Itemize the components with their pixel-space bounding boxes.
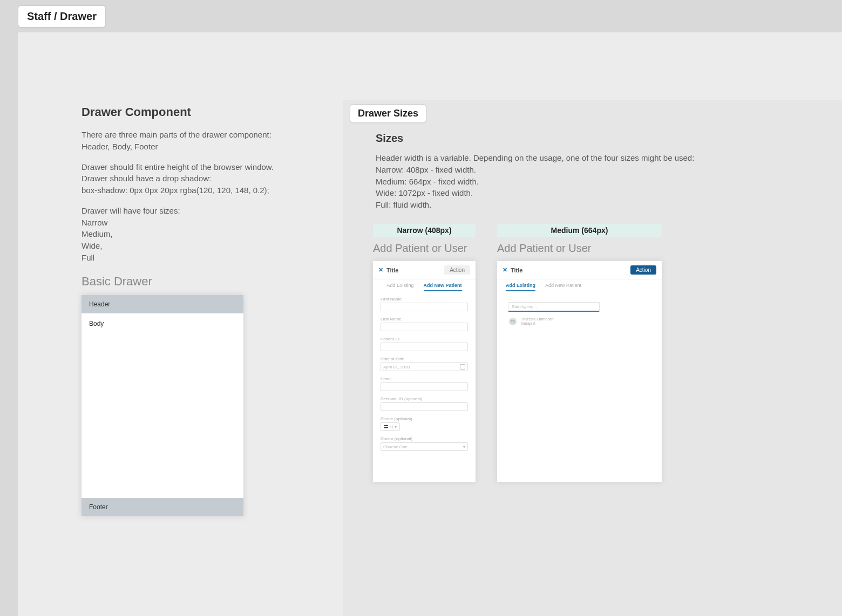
action-button[interactable]: Action — [630, 265, 656, 275]
narrow-size-label: Narrow (408px) — [373, 224, 476, 237]
search-placeholder: Start typing... — [512, 304, 537, 309]
doc-shadow: Drawer should fit entire height of the b… — [82, 161, 330, 196]
basic-drawer-header: Header — [82, 295, 243, 313]
search-result-row[interactable]: TE Theresia Emmerich therapist — [505, 316, 654, 327]
doc-parts: There are three main parts of the drawer… — [82, 129, 330, 153]
basic-drawer-footer: Footer — [82, 498, 243, 516]
search-input[interactable]: Start typing... — [508, 302, 600, 312]
result-role: therapist — [521, 321, 554, 326]
medium-demo-title: Add Patient or User — [497, 242, 662, 255]
doctor-label: Doctor (optional) — [381, 436, 468, 441]
basic-drawer-heading: Basic Drawer — [82, 275, 330, 289]
calendar-icon[interactable] — [460, 364, 465, 369]
result-name: Theresia Emmerich — [521, 317, 554, 321]
tab-add-existing[interactable]: Add Existing — [386, 283, 413, 291]
medium-column: Medium (664px) Add Patient or User ✕ Tit… — [497, 224, 662, 482]
drawer-title: Title — [511, 267, 522, 273]
email-label: Email — [381, 377, 468, 381]
dob-value: April 01, 2020 — [383, 365, 410, 369]
email-input[interactable] — [381, 382, 468, 391]
dob-input[interactable]: April 01, 2020 — [381, 362, 468, 371]
patient-id-label: Patient ID — [381, 337, 468, 341]
first-name-label: First Name — [381, 297, 468, 302]
page-title-tab: Staff / Drawer — [18, 5, 106, 28]
medium-size-label: Medium (664px) — [497, 224, 662, 237]
medium-tabs: Add Existing Add New Patient — [497, 279, 662, 293]
sizes-heading: Sizes — [376, 132, 807, 145]
basic-drawer-example: Header Body Footer — [82, 295, 243, 516]
doctor-select[interactable]: Choose One ▾ — [381, 442, 468, 451]
chevron-down-icon: ▾ — [463, 444, 465, 449]
drawer-component-doc: Drawer Component There are three main pa… — [82, 105, 330, 516]
doc-sizes-list: Drawer will have four sizes: Narrow Medi… — [82, 205, 330, 264]
frame-label: Drawer Sizes — [350, 104, 426, 123]
narrow-demo-title: Add Patient or User — [373, 242, 476, 255]
close-icon[interactable]: ✕ — [503, 266, 507, 273]
avatar: TE — [509, 318, 517, 325]
close-icon[interactable]: ✕ — [378, 266, 383, 273]
basic-drawer-body: Body — [82, 313, 243, 498]
narrow-tabs: Add Existing Add New Patient — [373, 279, 476, 293]
narrow-drawer: ✕ Title Action Add Existing Add New Pati… — [373, 261, 476, 482]
narrow-drawer-body: First Name Last Name Patient ID Date of … — [373, 293, 476, 460]
artboard-canvas: Drawer Component There are three main pa… — [18, 32, 842, 616]
personal-id-input[interactable] — [381, 402, 468, 411]
patient-id-input[interactable] — [381, 343, 468, 351]
sizes-doc: Sizes Header width is a variable. Depend… — [376, 132, 807, 211]
medium-drawer: ✕ Title Action Add Existing Add New Pati… — [497, 261, 662, 482]
country-code-select[interactable]: +1 ▾ — [381, 422, 400, 431]
country-code-value: +1 — [389, 425, 393, 429]
flag-icon — [384, 425, 388, 428]
dob-label: Date of Birth — [381, 357, 468, 361]
result-text: Theresia Emmerich therapist — [521, 317, 554, 326]
phone-label: Phone (optional) — [381, 416, 468, 421]
narrow-drawer-header: ✕ Title Action — [373, 261, 476, 279]
tab-add-new-patient[interactable]: Add New Patient — [545, 283, 581, 291]
last-name-label: Last Name — [381, 317, 468, 321]
sizes-description: Header width is a variable. Depending on… — [376, 152, 807, 211]
action-button[interactable]: Action — [444, 265, 470, 275]
narrow-column: Narrow (408px) Add Patient or User ✕ Tit… — [373, 224, 476, 482]
tab-add-existing[interactable]: Add Existing — [506, 283, 535, 291]
medium-drawer-header: ✕ Title Action — [497, 261, 662, 279]
medium-drawer-body: Start typing... TE Theresia Emmerich the… — [497, 293, 662, 331]
drawer-title: Title — [386, 267, 398, 273]
chevron-down-icon: ▾ — [395, 425, 397, 429]
personal-id-label: Personal ID (optional) — [381, 396, 468, 401]
first-name-input[interactable] — [381, 303, 468, 311]
tab-add-new-patient[interactable]: Add New Patient — [424, 283, 462, 291]
doctor-placeholder: Choose One — [383, 444, 408, 449]
doc-heading: Drawer Component — [82, 105, 330, 119]
last-name-input[interactable] — [381, 323, 468, 331]
drawer-sizes-frame: Drawer Sizes Sizes Header width is a var… — [343, 100, 842, 616]
